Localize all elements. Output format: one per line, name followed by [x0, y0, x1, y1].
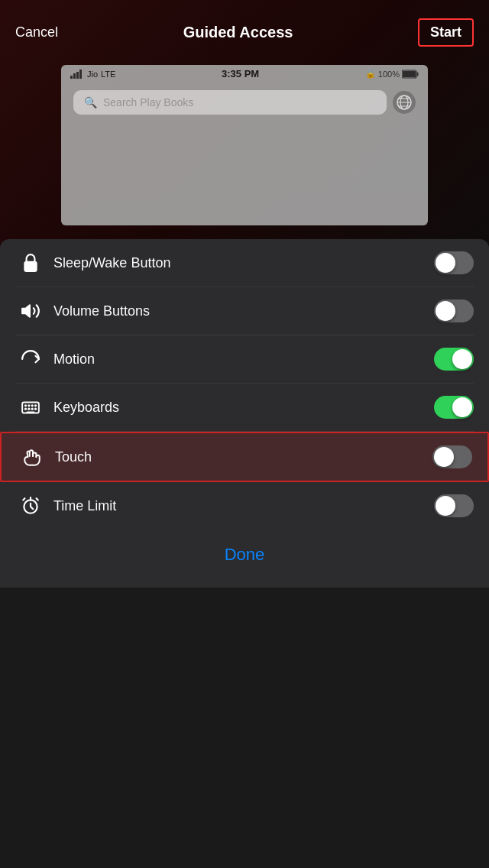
preview-globe-icon: [393, 91, 416, 114]
navigation-bar: Cancel Guided Access Start: [0, 0, 489, 65]
preview-battery-area: 🔒 100%: [365, 69, 419, 79]
settings-label-volume: Volume Buttons: [46, 303, 434, 319]
settings-item-sleep-wake: Sleep/Wake Button: [15, 239, 474, 287]
svg-rect-1: [73, 73, 76, 79]
toggle-track-sleep-wake: [434, 251, 474, 274]
svg-rect-0: [70, 76, 73, 79]
svg-rect-3: [79, 70, 82, 79]
settings-list: Sleep/Wake Button Volume Buttons Motion …: [0, 239, 489, 530]
toggle-thumb-motion: [452, 349, 472, 369]
toggle-track-touch: [432, 445, 472, 468]
toggle-time-limit[interactable]: [434, 494, 474, 517]
settings-panel: Sleep/Wake Button Volume Buttons Motion …: [0, 239, 489, 530]
settings-item-motion: Motion: [15, 335, 474, 384]
toggle-track-volume: [434, 300, 474, 322]
preview-search-bar: 🔍 Search Play Books: [73, 90, 387, 115]
settings-item-keyboards: Keyboards: [15, 384, 474, 432]
lock-icon: [15, 253, 46, 273]
preview-search-icon: 🔍: [84, 96, 97, 108]
cancel-button[interactable]: Cancel: [15, 24, 58, 40]
settings-item-touch: Touch: [0, 432, 489, 482]
motion-icon: [15, 349, 46, 369]
settings-label-touch: Touch: [47, 449, 432, 465]
toggle-track-keyboards: [434, 396, 474, 419]
settings-label-motion: Motion: [46, 351, 434, 368]
preview-signal: Jio LTE: [70, 70, 115, 79]
toggle-thumb-sleep-wake: [436, 253, 455, 273]
preview-network: LTE: [101, 70, 115, 79]
toggle-sleep-wake[interactable]: [434, 251, 474, 274]
toggle-thumb-keyboards: [452, 397, 472, 417]
toggle-motion[interactable]: [434, 348, 474, 371]
toggle-keyboards[interactable]: [434, 396, 474, 419]
svg-marker-13: [22, 305, 30, 316]
start-button[interactable]: Start: [418, 18, 474, 47]
svg-rect-6: [403, 71, 416, 77]
settings-label-keyboards: Keyboards: [46, 400, 434, 416]
settings-label-time-limit: Time Limit: [46, 498, 434, 514]
volume-icon: [15, 301, 46, 321]
keyboard-icon: [15, 397, 46, 417]
timer-icon: [15, 496, 46, 516]
preview-battery-lock-icon: 🔒: [365, 69, 376, 79]
app-screenshot-preview: Jio LTE 3:35 PM 🔒 100% 🔍 Search Play Boo…: [61, 65, 428, 225]
preview-battery-percent: 100%: [378, 70, 400, 79]
page-title: Guided Access: [58, 24, 418, 41]
svg-rect-12: [24, 262, 36, 271]
toggle-track-motion: [434, 348, 474, 371]
toggle-track-time-limit: [434, 494, 474, 517]
done-section: Done: [0, 530, 489, 588]
toggle-thumb-volume: [436, 301, 455, 321]
preview-carrier: Jio: [87, 70, 98, 79]
settings-label-sleep-wake: Sleep/Wake Button: [46, 255, 434, 271]
toggle-volume[interactable]: [434, 300, 474, 322]
touch-icon: [17, 447, 47, 467]
toggle-thumb-time-limit: [436, 496, 455, 516]
settings-item-volume: Volume Buttons: [15, 287, 474, 335]
settings-item-time-limit: Time Limit: [15, 482, 474, 530]
svg-rect-2: [76, 72, 79, 79]
svg-rect-5: [416, 72, 418, 76]
preview-status-bar: Jio LTE 3:35 PM 🔒 100%: [61, 65, 428, 83]
toggle-touch[interactable]: [432, 445, 472, 468]
preview-search-placeholder: Search Play Books: [103, 96, 376, 108]
toggle-thumb-touch: [434, 447, 454, 467]
done-button[interactable]: Done: [225, 545, 265, 565]
preview-time: 3:35 PM: [222, 68, 259, 79]
